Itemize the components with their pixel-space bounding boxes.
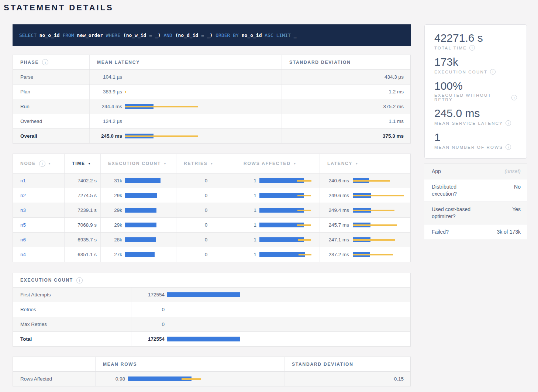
- standard-deviation-column-header: STANDARD DEVIATION: [282, 55, 411, 69]
- exec-count-header-label: EXECUTION COUNT: [108, 161, 161, 166]
- node-exec-count-value: 29k: [101, 207, 122, 213]
- latency-bar-chart: [353, 222, 405, 228]
- latency-column-header[interactable]: LATENCY▼: [320, 154, 411, 173]
- node-rows-affected-value: 1: [236, 178, 256, 183]
- rows-affected-bar-chart: [259, 252, 312, 258]
- node-stats-table: NODE i ▼ TIME▼ EXECUTION COUNT▼ RETRIES▼…: [13, 154, 411, 262]
- stat-mean-number-of-rows: 1 MEAN NUMBER OF ROWSi: [434, 131, 517, 150]
- phase-label: Overhead: [13, 114, 90, 128]
- node-link[interactable]: n2: [20, 193, 26, 198]
- sql-statement: SELECT no_o_id FROM new_order WHERE (no_…: [19, 32, 296, 38]
- node-time-value: 7239.1 s: [65, 203, 101, 217]
- node-info-icon[interactable]: i: [39, 161, 45, 167]
- detail-label: Distributed execution?: [424, 179, 491, 202]
- detail-value: Yes: [491, 202, 527, 224]
- detail-value: 3k of 173k: [491, 224, 527, 240]
- execution-count-column-header[interactable]: EXECUTION COUNT▼: [101, 154, 176, 173]
- detail-label: Used cost-based optimizer?: [424, 202, 491, 224]
- exec-row-bar-chart: [167, 321, 241, 327]
- node-link[interactable]: n6: [20, 237, 26, 243]
- node-retries-value: 0: [176, 203, 236, 217]
- node-exec-count-value: 27k: [101, 252, 122, 257]
- rows-std-dev-column-header: STANDARD DEVIATION: [284, 357, 411, 371]
- exec-count-info-icon[interactable]: i: [76, 277, 83, 283]
- phase-info-icon[interactable]: i: [42, 59, 48, 65]
- std-dev-value: 434.3 µs: [282, 70, 411, 84]
- node-time-value: 7274.5 s: [65, 188, 101, 203]
- node-rows-affected-value: 1: [236, 252, 256, 257]
- sort-arrow-icon: ▼: [293, 162, 297, 165]
- mean-latency-header-label: MEAN LATENCY: [97, 60, 140, 65]
- executed-without-retry-info-icon[interactable]: i: [511, 95, 517, 100]
- mean-rows-header-label: MEAN ROWS: [103, 362, 137, 367]
- stat-value: 1: [434, 131, 517, 144]
- side-column: 42271.6 s TOTAL TIMEi 173k EXECUTION COU…: [424, 24, 527, 386]
- time-column-header[interactable]: TIME▼: [65, 154, 101, 173]
- node-latency-value: 249.4 ms: [320, 207, 349, 213]
- rows-affected-row: Rows Affected 0.98 0.15: [13, 372, 410, 386]
- exec-row-value: 0: [131, 321, 165, 327]
- exec-table-header-row: EXECUTION COUNT i: [13, 273, 410, 288]
- rows-affected-bar-chart: [259, 178, 312, 184]
- phase-latency-table: PHASE i MEAN LATENCY STANDARD DEVIATION …: [13, 55, 411, 144]
- node-latency-value: 237.2 ms: [320, 252, 349, 257]
- mean-latency-value: 245.0 ms: [97, 133, 122, 139]
- node-rows-affected-value: 1: [236, 237, 256, 243]
- detail-row-app: App (unset): [424, 164, 527, 179]
- rows-table-blank-header: [13, 357, 96, 371]
- stat-value: 100%: [434, 79, 517, 93]
- node-time-value: 7068.9 s: [65, 218, 101, 232]
- node-exec-count-value: 31k: [101, 178, 122, 183]
- rows-std-dev-header-label: STANDARD DEVIATION: [292, 362, 354, 367]
- exec-row-value: 172554: [131, 292, 165, 298]
- node-rows-affected-value: 1: [236, 222, 256, 228]
- phase-row-parse: Parse 104.1 µs 434.3 µs: [13, 70, 410, 85]
- phase-label: Plan: [13, 85, 90, 99]
- rows-affected-column-header[interactable]: ROWS AFFECTED▼: [236, 154, 320, 173]
- retries-column-header[interactable]: RETRIES▼: [176, 154, 236, 173]
- exec-row-bar-chart: [167, 307, 241, 313]
- phase-row-overhead: Overhead 124.2 µs 1.1 ms: [13, 114, 410, 129]
- total-time-info-icon[interactable]: i: [469, 45, 475, 51]
- phase-label: Parse: [13, 70, 90, 84]
- mean-rows-value: 0.98: [96, 376, 125, 382]
- mean-latency-value: 383.9 µs: [97, 89, 122, 94]
- node-column-header[interactable]: NODE i ▼: [13, 154, 65, 173]
- mean-number-of-rows-info-icon[interactable]: i: [506, 144, 511, 150]
- sort-arrow-icon: ▼: [355, 162, 359, 165]
- execution-count-table: EXECUTION COUNT i First Attempts 172554 …: [13, 273, 411, 347]
- node-link[interactable]: n1: [20, 178, 26, 183]
- page-title: STATEMENT DETAILS: [4, 3, 538, 13]
- sort-arrow-icon: ▼: [163, 162, 167, 165]
- node-link[interactable]: n3: [20, 207, 26, 213]
- exec-row-value: 172554: [131, 336, 165, 342]
- exec-row-label: Total: [13, 332, 131, 346]
- mean-service-latency-info-icon[interactable]: i: [506, 120, 511, 126]
- mean-latency-bar-chart: [125, 118, 199, 124]
- node-latency-value: 240.6 ms: [320, 178, 349, 183]
- detail-row-distributed-execution: Distributed execution? No: [424, 179, 527, 202]
- stat-value: 173k: [434, 55, 517, 69]
- node-link[interactable]: n5: [20, 222, 26, 228]
- latency-bar-chart: [353, 207, 405, 213]
- stat-execution-count: 173k EXECUTION COUNTi: [434, 55, 517, 75]
- content: SELECT no_o_id FROM new_order WHERE (no_…: [0, 24, 538, 386]
- node-time-value: 7402.2 s: [65, 173, 101, 188]
- node-rows-affected-value: 1: [236, 193, 256, 198]
- mean-latency-column-header: MEAN LATENCY: [90, 55, 282, 69]
- exec-row-label: Max Retries: [13, 317, 131, 331]
- node-latency-value: 249.6 ms: [320, 193, 349, 198]
- mean-latency-value: 244.4 ms: [97, 104, 122, 109]
- node-exec-count-value: 29k: [101, 222, 122, 228]
- phase-row-plan: Plan 383.9 µs 1.2 ms: [13, 85, 410, 99]
- execution-count-info-icon[interactable]: i: [490, 69, 496, 75]
- stat-label: MEAN SERVICE LATENCY: [434, 121, 503, 125]
- rows-affected-header-label: ROWS AFFECTED: [244, 161, 291, 166]
- rows-affected-bar-chart: [259, 193, 312, 199]
- phase-row-run: Run 244.4 ms 375.2 ms: [13, 99, 410, 114]
- stat-mean-service-latency: 245.0 ms MEAN SERVICE LATENCYi: [434, 107, 517, 126]
- node-link[interactable]: n4: [20, 252, 26, 257]
- stat-value: 42271.6 s: [434, 31, 517, 45]
- detail-label: Failed?: [424, 224, 491, 240]
- stat-executed-without-retry: 100% EXECUTED WITHOUT RETRYi: [434, 79, 517, 102]
